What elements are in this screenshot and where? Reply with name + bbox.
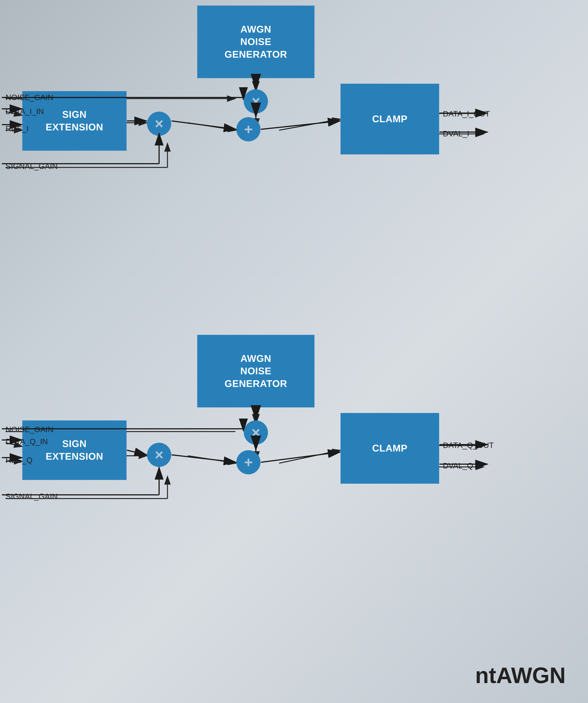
svg-line-7 bbox=[279, 119, 341, 130]
signal-gain-label-bottom: SIGNAL_GAIN bbox=[6, 492, 58, 501]
data-q-in-label: DATA_Q_IN bbox=[6, 437, 48, 446]
watermark: ntAWGN bbox=[475, 662, 566, 688]
multiply-circle-noise-bottom: × bbox=[244, 420, 268, 445]
multiply-symbol-noise-top: × bbox=[251, 93, 260, 110]
rds-q-label: RDS_Q bbox=[6, 456, 32, 465]
add-symbol-top: + bbox=[244, 121, 253, 138]
sign-ext-label-top: SIGNEXTENSION bbox=[46, 108, 103, 133]
multiply-circle-signal-bottom: × bbox=[147, 443, 171, 467]
clamp-label-top: CLAMP bbox=[372, 113, 408, 126]
sign-ext-label-bottom: SIGNEXTENSION bbox=[46, 438, 103, 463]
multiply-symbol-noise-bottom: × bbox=[251, 424, 260, 441]
awgn-label-top: AWGNNOISEGENERATOR bbox=[225, 23, 287, 61]
clamp-block-top: CLAMP bbox=[341, 84, 439, 154]
signal-gain-label-top: SIGNAL_GAIN bbox=[6, 162, 58, 171]
multiply-symbol-signal-bottom: × bbox=[155, 446, 163, 463]
add-symbol-bottom: + bbox=[244, 454, 253, 471]
multiply-symbol-signal-top: × bbox=[155, 115, 163, 132]
clamp-block-bottom: CLAMP bbox=[341, 413, 439, 484]
dval-i-label: DVAL_I bbox=[443, 129, 469, 138]
data-i-in-label: DATA_I_IN bbox=[6, 107, 44, 116]
noise-gain-label-bottom: NOISE_GAIN bbox=[6, 425, 53, 434]
svg-line-20 bbox=[279, 450, 341, 463]
clamp-label-bottom: CLAMP bbox=[372, 442, 408, 455]
add-circle-bottom: + bbox=[236, 450, 261, 474]
awgn-block-top: AWGNNOISEGENERATOR bbox=[197, 6, 314, 78]
dval-q-label: DVAL_Q bbox=[443, 461, 473, 470]
data-q-out-label: DATA_Q_OUT bbox=[443, 441, 494, 450]
rds-i-label: RDS_I bbox=[6, 124, 29, 133]
noise-gain-label-top: NOISE_GAIN bbox=[6, 93, 53, 102]
svg-line-6 bbox=[188, 123, 236, 130]
svg-line-19 bbox=[188, 456, 236, 463]
data-i-out-label: DATA_I_OUT bbox=[443, 109, 490, 118]
multiply-circle-signal-top: × bbox=[147, 111, 171, 136]
diagram: AWGNNOISEGENERATOR SIGNEXTENSION × × + C… bbox=[0, 0, 588, 703]
add-circle-top: + bbox=[236, 117, 261, 141]
awgn-label-bottom: AWGNNOISEGENERATOR bbox=[225, 353, 287, 390]
awgn-block-bottom: AWGNNOISEGENERATOR bbox=[197, 335, 314, 407]
multiply-circle-noise-top: × bbox=[244, 89, 268, 113]
